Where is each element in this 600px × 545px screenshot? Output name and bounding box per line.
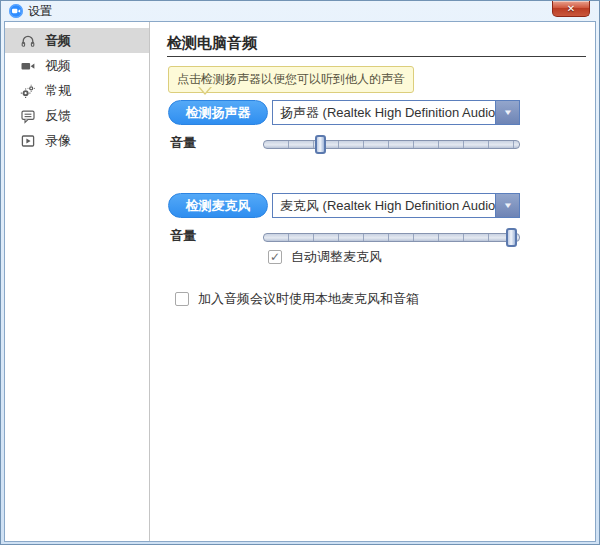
close-button[interactable]: ✕ xyxy=(552,1,590,17)
microphone-device-value: 麦克风 (Realtek High Definition Audio) xyxy=(273,194,495,217)
window-title: 设置 xyxy=(28,3,52,20)
speaker-device-value: 扬声器 (Realtek High Definition Audio) xyxy=(273,101,495,124)
check-icon: ✓ xyxy=(270,251,280,263)
speaker-volume-label: 音量 xyxy=(170,134,196,152)
join-audio-row: ✓ 加入音频会议时使用本地麦克风和音箱 xyxy=(175,290,419,308)
sidebar-item-label: 反馈 xyxy=(45,107,71,125)
gears-icon xyxy=(20,83,36,99)
microphone-device-select[interactable]: 麦克风 (Realtek High Definition Audio) ▼ xyxy=(272,193,520,218)
sidebar-item-general[interactable]: 常规 xyxy=(5,78,149,103)
auto-adjust-mic-checkbox[interactable]: ✓ xyxy=(268,250,282,264)
microphone-dropdown-button[interactable]: ▼ xyxy=(495,194,519,217)
feedback-bubble-icon xyxy=(20,108,36,124)
sidebar-item-recording[interactable]: 录像 xyxy=(5,128,149,153)
sidebar-item-label: 录像 xyxy=(45,132,71,150)
sidebar-item-feedback[interactable]: 反馈 xyxy=(5,103,149,128)
titlebar[interactable]: 设置 ✕ xyxy=(4,1,596,21)
close-icon: ✕ xyxy=(567,4,575,14)
window-body: 音频 视频 xyxy=(4,21,596,542)
sidebar: 音频 视频 xyxy=(5,22,150,541)
audio-settings-panel: 检测电脑音频 点击检测扬声器以便您可以听到他人的声音 检测扬声器 扬声器 (Re… xyxy=(150,22,595,541)
microphone-volume-label: 音量 xyxy=(170,227,196,245)
auto-adjust-mic-row: ✓ 自动调整麦克风 xyxy=(268,248,382,266)
microphone-volume-handle[interactable] xyxy=(506,228,517,247)
recording-icon xyxy=(20,133,36,149)
test-microphone-button[interactable]: 检测麦克风 xyxy=(168,193,268,218)
headphones-icon xyxy=(20,33,36,49)
test-speaker-button[interactable]: 检测扬声器 xyxy=(168,100,268,125)
speaker-volume-slider[interactable] xyxy=(263,140,520,149)
settings-window: 设置 ✕ 音频 xyxy=(0,0,600,545)
page-title: 检测电脑音频 xyxy=(167,34,257,53)
sidebar-item-label: 视频 xyxy=(45,57,71,75)
auto-adjust-mic-label: 自动调整麦克风 xyxy=(291,248,382,266)
microphone-volume-slider[interactable] xyxy=(263,233,520,242)
sidebar-item-label: 常规 xyxy=(45,82,71,100)
sidebar-item-video[interactable]: 视频 xyxy=(5,53,149,78)
speaker-dropdown-button[interactable]: ▼ xyxy=(495,101,519,124)
speaker-volume-handle[interactable] xyxy=(315,135,326,154)
sidebar-item-label: 音频 xyxy=(45,32,71,50)
chevron-down-icon: ▼ xyxy=(502,201,512,210)
chevron-down-icon: ▼ xyxy=(502,108,512,117)
join-audio-label: 加入音频会议时使用本地麦克风和音箱 xyxy=(198,290,419,308)
join-audio-checkbox[interactable]: ✓ xyxy=(175,292,189,306)
video-camera-icon xyxy=(20,58,36,74)
zoom-logo-icon xyxy=(9,4,23,18)
heading-divider xyxy=(167,56,586,57)
speaker-device-select[interactable]: 扬声器 (Realtek High Definition Audio) ▼ xyxy=(272,100,520,125)
sidebar-item-audio[interactable]: 音频 xyxy=(5,28,149,53)
